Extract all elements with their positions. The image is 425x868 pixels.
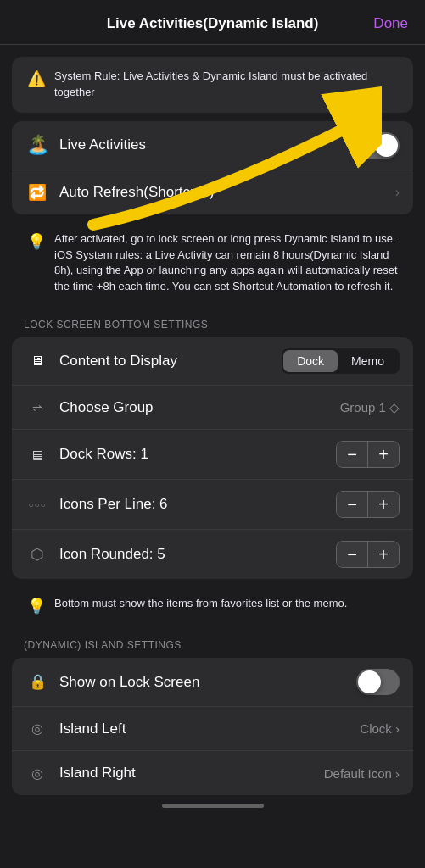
icon-rounded-stepper[interactable]: − + (336, 541, 400, 568)
choose-group-value: Group 1 ◇ (340, 400, 400, 415)
lock-screen-info-text: Bottom must show the items from favorite… (54, 596, 347, 612)
warning-text: System Rule: Live Activities & Dynamic I… (54, 69, 398, 101)
warning-box: ⚠️ System Rule: Live Activities & Dynami… (12, 57, 413, 113)
lock-screen-bulb-icon: 💡 (27, 597, 46, 615)
icons-per-line-increment[interactable]: + (368, 492, 399, 517)
warning-icon: ⚠️ (27, 70, 46, 88)
live-activities-row[interactable]: 🏝️ Live Activities (12, 121, 413, 170)
dock-rows-increment[interactable]: + (368, 442, 399, 467)
island-left-label: Island Left (59, 721, 350, 737)
island-left-value: Clock › (360, 721, 400, 736)
auto-refresh-row[interactable]: 🔁 Auto Refresh(Shortcuts) › (12, 170, 413, 214)
icon-rounded-label: Icon Rounded: 5 (59, 546, 326, 563)
dynamic-island-section-label: (DYNAMIC) ISLAND SETTINGS (0, 639, 425, 658)
auto-refresh-label: Auto Refresh(Shortcuts) (59, 184, 385, 201)
dynamic-island-group: 🔒 Show on Lock Screen ◎ Island Left Cloc… (12, 658, 413, 795)
live-activities-group: 🏝️ Live Activities 🔁 Auto Refresh(Shortc… (12, 121, 413, 214)
icons-per-line-row[interactable]: ○○○ Icons Per Line: 6 − + (12, 480, 413, 530)
island-right-row[interactable]: ◎ Island Right Default Icon › (12, 751, 413, 795)
done-button[interactable]: Done (373, 15, 408, 32)
island-left-icon: ◎ (25, 721, 49, 737)
live-activities-icon: 🏝️ (25, 134, 49, 156)
island-right-value: Default Icon › (324, 766, 400, 781)
header: Live Activities(Dynamic Island) Done (0, 0, 425, 45)
island-right-label: Island Right (59, 765, 314, 782)
choose-group-row[interactable]: ⇌ Choose Group Group 1 ◇ (12, 386, 413, 430)
content-display-label: Content to Display (59, 353, 271, 370)
info-text: After activated, go to lock screen or lo… (54, 231, 398, 295)
icon-rounded-increment[interactable]: + (368, 542, 399, 567)
dock-rows-decrement[interactable]: − (337, 442, 367, 467)
show-on-lock-screen-row[interactable]: 🔒 Show on Lock Screen (12, 658, 413, 707)
dock-rows-label: Dock Rows: 1 (59, 446, 326, 463)
show-on-lock-screen-toggle[interactable] (356, 669, 400, 695)
dock-rows-icon: ▤ (25, 448, 49, 461)
header-title: Live Activities(Dynamic Island) (107, 15, 319, 32)
dock-segment[interactable]: Dock (283, 350, 338, 372)
lock-screen-section-label: LOCK SCREEN BOTTOM SETTINGS (0, 319, 425, 337)
choose-group-icon: ⇌ (25, 401, 49, 415)
lock-screen-info: 💡 Bottom must show the items from favori… (12, 587, 413, 627)
auto-refresh-icon: 🔁 (25, 183, 49, 202)
icons-per-line-icon: ○○○ (25, 500, 49, 509)
toggle-thumb (375, 134, 398, 157)
memo-segment[interactable]: Memo (338, 350, 398, 372)
dock-rows-stepper[interactable]: − + (336, 441, 400, 468)
icons-per-line-label: Icons Per Line: 6 (59, 496, 326, 513)
icons-per-line-decrement[interactable]: − (337, 492, 367, 517)
chevron-icon: › (395, 185, 400, 200)
dock-rows-row[interactable]: ▤ Dock Rows: 1 − + (12, 430, 413, 480)
choose-group-label: Choose Group (59, 399, 330, 416)
lock-screen-group: 🖥 Content to Display Dock Memo ⇌ Choose … (12, 337, 413, 579)
live-activities-label: Live Activities (59, 136, 346, 153)
icons-per-line-stepper[interactable]: − + (336, 491, 400, 518)
show-on-lock-screen-thumb (358, 670, 381, 693)
live-activities-info: 💡 After activated, go to lock screen or … (12, 223, 413, 307)
show-on-lock-screen-label: Show on Lock Screen (59, 674, 346, 691)
icon-rounded-icon: ⬡ (25, 545, 49, 564)
live-activities-toggle[interactable] (356, 132, 400, 159)
content-to-display-row[interactable]: 🖥 Content to Display Dock Memo (12, 337, 413, 386)
lock-icon: 🔒 (25, 673, 49, 691)
info-bulb-icon: 💡 (27, 232, 46, 251)
island-right-icon: ◎ (25, 765, 49, 782)
segment-control[interactable]: Dock Memo (282, 348, 400, 374)
content-display-icon: 🖥 (25, 353, 49, 369)
icon-rounded-row[interactable]: ⬡ Icon Rounded: 5 − + (12, 530, 413, 579)
icon-rounded-decrement[interactable]: − (337, 542, 367, 567)
island-left-row[interactable]: ◎ Island Left Clock › (12, 707, 413, 751)
home-indicator (162, 804, 264, 808)
